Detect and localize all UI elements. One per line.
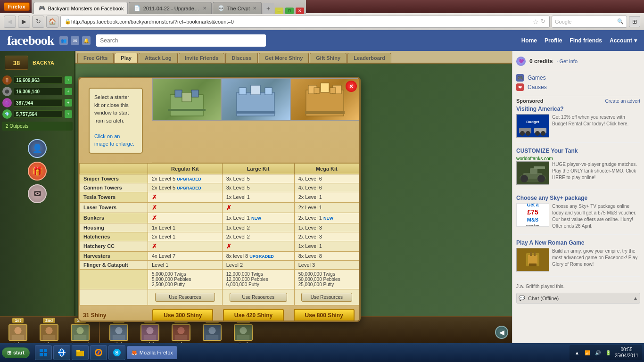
putty-add[interactable]: + xyxy=(65,99,72,107)
friends-icon[interactable]: 👥 xyxy=(59,36,68,45)
back-button[interactable]: ◀ xyxy=(4,16,16,28)
leaderboard-2nd[interactable]: 2nd Adam xyxy=(35,318,63,346)
facebook-icons: 👥 ✉ 🔔 xyxy=(59,36,91,45)
taskbar-window-title: Mozilla Firefox xyxy=(140,350,173,355)
twigs-add[interactable]: + xyxy=(65,76,72,84)
tab-close-3[interactable]: ✕ xyxy=(253,6,256,11)
url-bar[interactable]: 🔒 http://apps.facebook.com/backyardmonst… xyxy=(60,16,550,28)
tab-invite-friends[interactable]: Invite Friends xyxy=(179,53,225,63)
new-tab-button[interactable]: + xyxy=(263,3,274,14)
use-resources-large-button[interactable]: Use Resources xyxy=(230,293,287,302)
kit-table-wrapper: Regular Kit Large Kit Mega Kit Sniper To… xyxy=(79,163,359,322)
maximize-button[interactable]: □ xyxy=(285,8,294,14)
tray-battery-icon[interactable]: 🔋 xyxy=(604,349,612,356)
gift-btn[interactable]: 🎁 xyxy=(28,162,47,181)
tab-crypt[interactable]: 💀 The Crypt ✕ xyxy=(213,2,262,14)
close-window-button[interactable]: ✕ xyxy=(296,8,304,14)
taskbar-folder-app[interactable] xyxy=(72,345,89,360)
large-kit-image[interactable] xyxy=(221,78,290,121)
nav-back-arrow[interactable]: ◀ xyxy=(495,326,508,339)
use-800-shiny-button[interactable]: Use 800 Shiny xyxy=(294,309,355,322)
bookmark-star[interactable]: ☆ xyxy=(533,18,539,25)
search-input[interactable] xyxy=(96,34,266,47)
use-420-shiny-button[interactable]: Use 420 Shiny xyxy=(223,309,284,322)
refresh-icon[interactable]: ↻ xyxy=(541,18,545,25)
tab-backyard[interactable]: 🎮 Backyard Monsters on Facebook ✕ xyxy=(33,2,128,14)
leaderboard-12th[interactable]: 12th Paul xyxy=(229,318,257,346)
sidebar-toggle[interactable]: ⊞ xyxy=(629,16,640,27)
tab-bar: 🎮 Backyard Monsters on Facebook ✕ 📄 2011… xyxy=(32,0,306,14)
leaderboard-9th[interactable]: 9th Phil xyxy=(136,318,164,346)
tab-close-1[interactable]: ✕ xyxy=(127,6,128,11)
modal-close-button[interactable]: × xyxy=(346,81,357,92)
tab-close-2[interactable]: ✕ xyxy=(203,6,206,11)
pebbles-icon: ⚫ xyxy=(2,87,12,96)
pebbles-value: 16,309,140 xyxy=(16,89,40,94)
svg-rect-25 xyxy=(74,335,87,340)
tab-gift-shiny[interactable]: Gift Shiny xyxy=(310,53,347,63)
taskbar-ie-app[interactable] xyxy=(53,345,70,360)
tab-leaderboard[interactable]: Leaderboard xyxy=(347,53,391,63)
shiny-add[interactable]: + xyxy=(65,110,72,118)
taskbar-skype-app[interactable]: S xyxy=(108,345,125,360)
leaderboard-8th[interactable]: 8th Chris xyxy=(105,318,133,346)
tray-show-hidden[interactable]: ▲ xyxy=(573,349,581,356)
tesla-large: 1x Level 1 xyxy=(222,192,294,202)
browser-search[interactable]: Google 🔍 xyxy=(552,16,627,28)
tab-get-more-shiny[interactable]: Get More Shiny xyxy=(259,53,309,63)
svg-rect-3 xyxy=(182,92,191,102)
tray-volume-icon[interactable]: 🔊 xyxy=(594,349,602,356)
col-header-large: Large Kit xyxy=(222,163,294,174)
tab-discuss[interactable]: Discuss xyxy=(225,53,257,63)
taskbar-firefox-app[interactable] xyxy=(90,345,107,360)
start-button[interactable]: ⊞ start xyxy=(2,347,30,358)
use-300-shiny-button[interactable]: Use 300 Shiny xyxy=(152,309,213,322)
regular-kit-image[interactable] xyxy=(152,78,221,121)
leaderboard-1st[interactable]: 1st John xyxy=(4,318,32,346)
create-ad-link[interactable]: Create an advert xyxy=(605,99,641,104)
tab-attack-log[interactable]: Attack Log xyxy=(139,53,178,63)
player-avatar-btn[interactable]: 👤 xyxy=(28,139,47,158)
tab-free-gifts[interactable]: Free Gifts xyxy=(77,53,114,63)
notifications-icon[interactable]: 🔔 xyxy=(82,36,91,45)
causes-link[interactable]: ❤ Causes xyxy=(516,83,640,91)
taskbar-windows-app[interactable] xyxy=(35,345,52,360)
tray-network-icon[interactable]: 📶 xyxy=(584,349,591,356)
nav-home[interactable]: Home xyxy=(521,37,537,44)
firefox-button[interactable]: Firefox xyxy=(4,2,30,11)
home-button[interactable]: 🏠 xyxy=(46,16,58,28)
ad-title-budget[interactable]: Visiting America? xyxy=(516,106,640,112)
ad-title-sky[interactable]: Choose any Sky+ package xyxy=(516,195,640,201)
ad-title-roman[interactable]: Play A New Roman Game xyxy=(516,239,640,246)
tab-play[interactable]: Play xyxy=(115,53,138,63)
pebbles-add[interactable]: + xyxy=(65,88,72,95)
use-resources-mega-button[interactable]: Use Resources xyxy=(301,293,352,302)
games-link[interactable]: 🎮 Games xyxy=(516,74,640,82)
reload-button[interactable]: ↻ xyxy=(32,16,44,28)
outposts-label[interactable]: 2 Outposts xyxy=(2,122,73,131)
chat-button[interactable]: 💬 Chat (Offline) ▲ xyxy=(516,293,640,304)
minimize-button[interactable]: ─ xyxy=(275,8,283,14)
svg-point-39 xyxy=(239,327,247,334)
harvesters-label: Harvesters xyxy=(80,251,148,260)
use-resources-row: Use Resources Use Resources Use Resource… xyxy=(80,289,359,305)
get-info-link[interactable]: · Get info xyxy=(556,58,578,64)
ad-title-tanks[interactable]: CUSTOMIZE Your Tank xyxy=(516,148,640,154)
tab-upgrade[interactable]: 📄 2011-04-22 - Upgrade your defenses! ✕ xyxy=(129,2,212,14)
nav-find-friends[interactable]: Find friends xyxy=(570,37,602,44)
sponsored-header: Sponsored Create an advert xyxy=(516,96,640,106)
leaderboard-11th[interactable]: 11th Laz xyxy=(198,318,226,346)
tesla-towers-label: Tesla Towers xyxy=(80,192,148,202)
rank-2nd: 2nd xyxy=(43,318,55,323)
leaderboard-10th[interactable]: 10th John xyxy=(167,318,195,346)
use-resources-regular-button[interactable]: Use Resources xyxy=(155,293,215,302)
forward-button[interactable]: ▶ xyxy=(18,16,30,28)
taskbar-firefox-window[interactable]: 🦊 Mozilla Firefox xyxy=(127,346,177,359)
leaderboard-3rd[interactable]: 3rd Jaymond xyxy=(66,318,94,346)
nav-profile[interactable]: Profile xyxy=(545,37,562,44)
svg-point-21 xyxy=(45,327,52,334)
messages-icon[interactable]: ✉ xyxy=(71,36,79,45)
system-clock: 00:55 25/04/2011 xyxy=(615,346,638,359)
mail-btn[interactable]: ✉ xyxy=(28,184,47,203)
account-menu[interactable]: Account ▾ xyxy=(610,37,637,44)
